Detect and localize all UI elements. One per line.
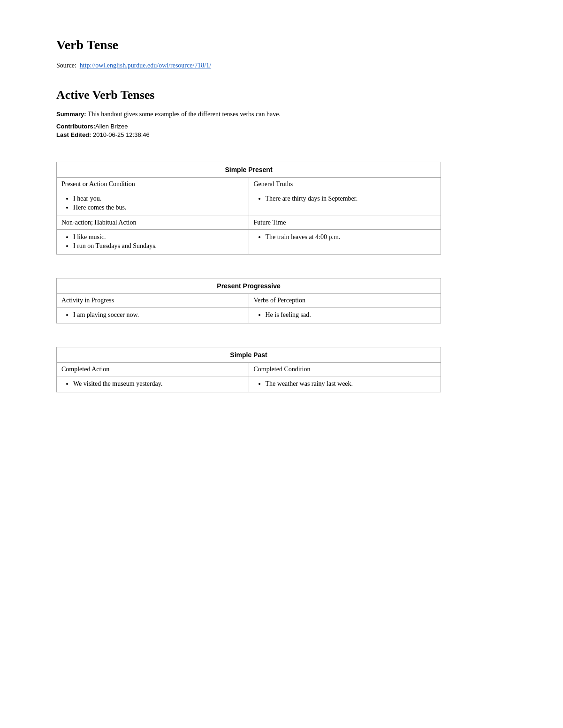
- meta-block: Summary: This handout gives some example…: [56, 111, 507, 138]
- list-item: I run on Tuesdays and Sundays.: [73, 242, 244, 250]
- summary-line: Summary: This handout gives some example…: [56, 111, 507, 118]
- last-edited-label: Last Edited:: [56, 131, 91, 138]
- col1-label: Activity in Progress: [57, 294, 249, 308]
- col2-label: Completed Condition: [249, 363, 441, 376]
- col1-examples: I am playing soccer now.: [57, 308, 249, 323]
- table-simple-past: Simple PastCompleted ActionCompleted Con…: [56, 347, 441, 392]
- last-edited-line: Last Edited: 2010-06-25 12:38:46: [56, 131, 507, 138]
- list-item: The train leaves at 4:00 p.m.: [266, 233, 436, 241]
- col1-label: Non-action; Habitual Action: [57, 216, 249, 230]
- list-item: Here comes the bus.: [73, 204, 244, 211]
- col1-examples: I like music.I run on Tuesdays and Sunda…: [57, 230, 249, 255]
- contributors-name: Allen Brizee: [95, 123, 128, 130]
- col1-examples: I hear you.Here comes the bus.: [57, 191, 249, 216]
- col2-examples: The weather was rainy last week.: [249, 376, 441, 392]
- col2-examples: The train leaves at 4:00 p.m.: [249, 230, 441, 255]
- col2-label: General Truths: [249, 178, 441, 191]
- source-link[interactable]: http://owl.english.purdue.edu/owl/resour…: [80, 62, 211, 69]
- list-item: He is feeling sad.: [266, 311, 436, 319]
- col1-label: Present or Action Condition: [57, 178, 249, 191]
- list-item: The weather was rainy last week.: [266, 380, 436, 388]
- list-item: I hear you.: [73, 195, 244, 203]
- list-item: I like music.: [73, 233, 244, 241]
- list-item: We visited the museum yesterday.: [73, 380, 244, 388]
- summary-text: This handout gives some examples of the …: [88, 111, 281, 118]
- summary-label: Summary:: [56, 111, 86, 118]
- page-title: Verb Tense: [56, 38, 507, 53]
- table-present-progressive: Present ProgressiveActivity in ProgressV…: [56, 278, 441, 323]
- table-present-progressive-header: Present Progressive: [57, 278, 441, 294]
- table-simple-present: Simple PresentPresent or Action Conditio…: [56, 162, 441, 255]
- tables-container: Simple PresentPresent or Action Conditio…: [56, 162, 507, 392]
- col2-label: Future Time: [249, 216, 441, 230]
- source-label: Source:: [56, 62, 76, 69]
- list-item: There are thirty days in September.: [266, 195, 436, 203]
- last-edited-value: 2010-06-25 12:38:46: [93, 131, 150, 138]
- contributors-line: Contributors:Allen Brizee: [56, 123, 507, 130]
- source-line: Source: http://owl.english.purdue.edu/ow…: [56, 62, 507, 69]
- contributors-label: Contributors:: [56, 123, 95, 130]
- table-simple-past-header: Simple Past: [57, 347, 441, 363]
- list-item: I am playing soccer now.: [73, 311, 244, 319]
- table-simple-present-header: Simple Present: [57, 162, 441, 178]
- col2-label: Verbs of Perception: [249, 294, 441, 308]
- section-title: Active Verb Tenses: [56, 88, 507, 102]
- col1-label: Completed Action: [57, 363, 249, 376]
- col1-examples: We visited the museum yesterday.: [57, 376, 249, 392]
- col2-examples: There are thirty days in September.: [249, 191, 441, 216]
- col2-examples: He is feeling sad.: [249, 308, 441, 323]
